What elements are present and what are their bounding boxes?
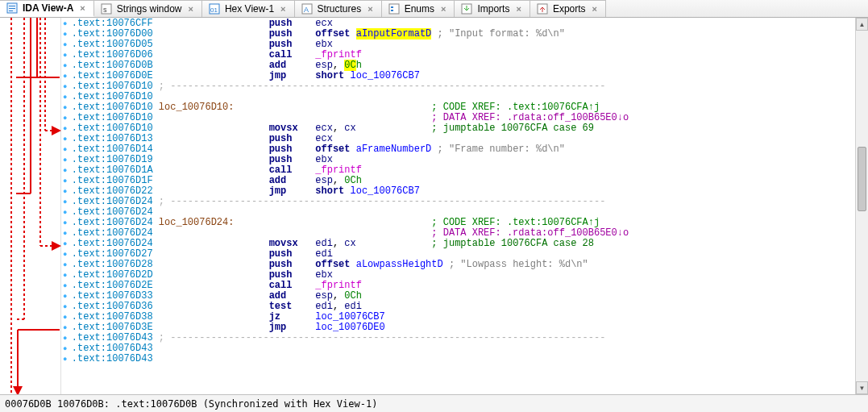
close-icon[interactable]: ×: [366, 4, 374, 14]
svg-rect-12: [391, 10, 393, 11]
tab-structures[interactable]: A Structures ×: [295, 0, 382, 17]
tab-enums[interactable]: Enums ×: [382, 0, 455, 17]
tab-label: IDA View-A: [23, 2, 73, 14]
disasm-line[interactable]: .text:10076D10 ; -----------------------…: [63, 81, 853, 92]
vertical-scrollbar[interactable]: ▲ ▼: [855, 18, 868, 394]
strings-icon: s: [101, 3, 112, 15]
tab-label: Enums: [405, 3, 434, 15]
scroll-up-button[interactable]: ▲: [856, 18, 868, 31]
disassembly-view[interactable]: .text:10076CFF push ecx.text:10076D00 pu…: [61, 18, 855, 394]
tab-label: Hex View-1: [225, 3, 274, 15]
tab-exports[interactable]: Exports ×: [530, 0, 606, 17]
close-icon[interactable]: ×: [514, 4, 522, 14]
flow-arrows-svg: [0, 18, 61, 394]
close-icon[interactable]: ×: [187, 4, 195, 14]
close-icon[interactable]: ×: [439, 4, 447, 14]
svg-text:s: s: [103, 6, 107, 14]
tab-imports[interactable]: Imports ×: [455, 0, 530, 17]
arrow-gutter: [0, 18, 61, 394]
disasm-line[interactable]: .text:10076D43: [63, 343, 853, 354]
tab-label: Strings window: [117, 3, 182, 15]
svg-text:A: A: [304, 6, 309, 14]
svg-rect-1: [9, 6, 15, 6]
svg-rect-2: [9, 8, 15, 9]
disasm-line[interactable]: .text:10076D24 ; -----------------------…: [63, 197, 853, 207]
svg-rect-11: [391, 6, 393, 8]
scroll-thumb[interactable]: [858, 147, 866, 211]
close-icon[interactable]: ×: [78, 3, 86, 13]
imports-icon: [461, 3, 472, 15]
tab-bar: IDA View-A × s Strings window × 01 Hex V…: [0, 0, 868, 18]
tab-strings[interactable]: s Strings window ×: [94, 0, 202, 17]
tab-label: Structures: [318, 3, 362, 15]
disasm-icon: [6, 2, 18, 14]
disasm-line[interactable]: .text:10076D43 ; -----------------------…: [63, 333, 853, 343]
exports-icon: [537, 3, 548, 15]
tab-label: Exports: [553, 3, 586, 15]
status-text: 00076D0B 10076D0B: .text:10076D0B (Synch…: [5, 398, 377, 410]
tab-ida-view-a[interactable]: IDA View-A ×: [0, 0, 94, 17]
svg-rect-10: [389, 4, 399, 14]
status-bar: 00076D0B 10076D0B: .text:10076D0B (Synch…: [0, 394, 868, 412]
hex-icon: 01: [209, 3, 220, 15]
enum-icon: [388, 3, 400, 15]
close-icon[interactable]: ×: [279, 4, 287, 14]
close-icon[interactable]: ×: [591, 4, 599, 14]
svg-text:01: 01: [210, 6, 218, 14]
struct-icon: A: [301, 3, 313, 15]
disasm-line[interactable]: .text:10076D43: [63, 354, 853, 364]
workspace: .text:10076CFF push ecx.text:10076D00 pu…: [0, 18, 868, 394]
scroll-down-button[interactable]: ▼: [856, 381, 868, 394]
svg-rect-3: [9, 10, 13, 11]
tab-label: Imports: [477, 3, 509, 15]
tab-hex-view[interactable]: 01 Hex View-1 ×: [202, 0, 295, 17]
